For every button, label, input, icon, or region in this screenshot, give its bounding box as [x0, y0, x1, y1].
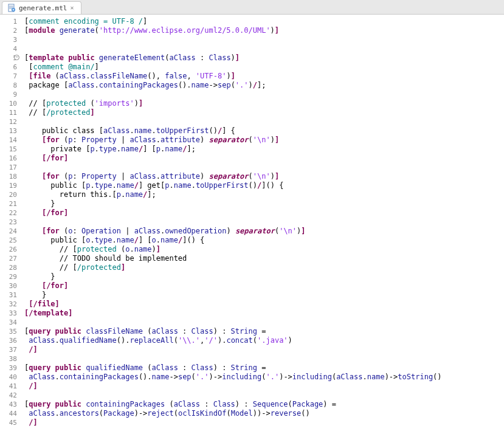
line-number: 23 — [0, 218, 17, 227]
code-line[interactable]: [for (p: Property | aClass.attribute) se… — [24, 172, 504, 181]
code-line[interactable]: [/for] — [24, 154, 504, 163]
line-number: 6 — [0, 63, 17, 72]
code-line[interactable]: } — [24, 272, 504, 281]
line-number: 29 — [0, 272, 17, 281]
line-number: 14 — [0, 136, 17, 145]
code-line[interactable]: [comment @main/] — [24, 63, 504, 72]
code-line[interactable] — [24, 163, 504, 172]
code-line[interactable]: /] — [24, 382, 504, 391]
code-line[interactable]: package [aClass.containingPackages().nam… — [24, 81, 504, 90]
line-number: 5− — [0, 53, 17, 63]
code-line[interactable]: public [o.type.name/] [o.name/]() { — [24, 236, 504, 245]
code-line[interactable]: [/for] — [24, 208, 504, 218]
line-number: 25 — [0, 236, 17, 245]
line-number: 45 — [0, 418, 17, 427]
code-line[interactable]: [query public qualifiedName (aClass : Cl… — [24, 363, 504, 373]
line-number: 15 — [0, 145, 17, 154]
code-line[interactable]: [module generate('http://www.eclipse.org… — [24, 26, 504, 35]
code-line[interactable]: [template public generateElement(aClass … — [24, 53, 504, 63]
fold-marker-icon[interactable]: − — [14, 55, 19, 60]
code-line[interactable] — [24, 318, 504, 327]
line-number: 26 — [0, 245, 17, 254]
code-line[interactable]: [for (p: Property | aClass.attribute) se… — [24, 136, 504, 145]
code-line[interactable]: [for (o: Operation | aClass.ownedOperati… — [24, 227, 504, 236]
code-line[interactable]: return this.[p.name/]; — [24, 190, 504, 199]
line-number-gutter: 12345−6789101112131415161718192021222324… — [0, 15, 22, 437]
line-number: 4 — [0, 44, 17, 53]
code-line[interactable]: aClass.ancestors(Package)->reject(oclIsK… — [24, 409, 504, 418]
line-number: 22 — [0, 208, 17, 218]
code-line[interactable]: public [p.type.name/] get[p.name.toUpper… — [24, 181, 504, 190]
code-line[interactable]: // TODO should be implemented — [24, 254, 504, 263]
line-number: 11 — [0, 108, 17, 117]
line-number: 41 — [0, 382, 17, 391]
code-line[interactable]: public class [aClass.name.toUpperFirst()… — [24, 126, 504, 136]
code-line[interactable]: [/for] — [24, 281, 504, 291]
code-line[interactable]: [comment encoding = UTF-8 /] — [24, 17, 504, 26]
line-number: 17 — [0, 163, 17, 172]
line-number: 35 — [0, 327, 17, 336]
close-icon[interactable]: ✕ — [70, 5, 76, 11]
code-line[interactable]: /] — [24, 345, 504, 354]
code-line[interactable] — [24, 90, 504, 99]
line-number: 40 — [0, 373, 17, 382]
line-number: 20 — [0, 190, 17, 199]
line-number: 33 — [0, 309, 17, 318]
code-line[interactable]: [query public classFileName (aClass : Cl… — [24, 327, 504, 336]
code-area[interactable]: [comment encoding = UTF-8 /][module gene… — [22, 15, 504, 437]
line-number: 44 — [0, 409, 17, 418]
code-line[interactable]: // [/protected] — [24, 108, 504, 117]
line-number: 10 — [0, 99, 17, 108]
code-line[interactable] — [24, 44, 504, 53]
code-line[interactable]: // [protected ('imports')] — [24, 99, 504, 108]
line-number: 28 — [0, 263, 17, 272]
code-line[interactable] — [24, 218, 504, 227]
line-number: 16 — [0, 154, 17, 163]
line-number: 7 — [0, 72, 17, 81]
line-number: 42 — [0, 391, 17, 400]
line-number: 12 — [0, 117, 17, 126]
code-line[interactable]: // [/protected] — [24, 263, 504, 272]
line-number: 43 — [0, 400, 17, 409]
line-number: 9 — [0, 90, 17, 99]
code-editor[interactable]: 12345−6789101112131415161718192021222324… — [0, 15, 504, 437]
line-number: 37 — [0, 345, 17, 354]
code-line[interactable]: /] — [24, 418, 504, 427]
tab-bar: generate.mtl ✕ — [0, 0, 504, 15]
code-line[interactable] — [24, 117, 504, 126]
line-number: 19 — [0, 181, 17, 190]
file-icon — [7, 4, 16, 12]
line-number: 27 — [0, 254, 17, 263]
line-number: 30 — [0, 281, 17, 291]
line-number: 31 — [0, 291, 17, 300]
code-line[interactable]: // [protected (o.name)] — [24, 245, 504, 254]
code-line[interactable]: } — [24, 199, 504, 208]
line-number: 21 — [0, 199, 17, 208]
code-line[interactable] — [24, 354, 504, 363]
code-line[interactable] — [24, 391, 504, 400]
tab-title: generate.mtl — [19, 4, 67, 12]
line-number: 1 — [0, 17, 17, 26]
line-number: 34 — [0, 318, 17, 327]
line-number: 13 — [0, 126, 17, 136]
code-line[interactable] — [24, 35, 504, 44]
line-number: 24 — [0, 227, 17, 236]
code-line[interactable]: private [p.type.name/] [p.name/]; — [24, 145, 504, 154]
line-number: 38 — [0, 354, 17, 363]
code-line[interactable]: [file (aClass.classFileName(), false, 'U… — [24, 72, 504, 81]
line-number: 18 — [0, 172, 17, 181]
line-number: 36 — [0, 336, 17, 345]
code-line[interactable]: [/file] — [24, 300, 504, 309]
code-line[interactable]: } — [24, 291, 504, 300]
code-line[interactable]: aClass.containingPackages().name->sep('.… — [24, 373, 504, 382]
line-number: 32 — [0, 300, 17, 309]
line-number: 39 — [0, 363, 17, 373]
line-number: 2 — [0, 26, 17, 35]
editor-tab[interactable]: generate.mtl ✕ — [2, 1, 81, 14]
line-number: 8 — [0, 81, 17, 90]
code-line[interactable]: [query public containingPackages (aClass… — [24, 400, 504, 409]
code-line[interactable]: [/template] — [24, 309, 504, 318]
code-line[interactable]: aClass.qualifiedName().replaceAll('\\.',… — [24, 336, 504, 345]
line-number: 3 — [0, 35, 17, 44]
